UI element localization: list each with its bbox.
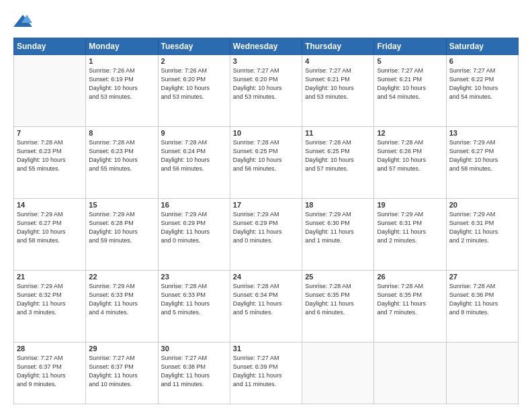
calendar-day-cell: 14Sunrise: 7:29 AMSunset: 6:27 PMDayligh… xyxy=(14,198,86,270)
day-number: 29 xyxy=(89,345,154,353)
day-info: Sunrise: 7:29 AMSunset: 6:29 PMDaylight:… xyxy=(233,210,299,245)
calendar-day-cell: 20Sunrise: 7:29 AMSunset: 6:31 PMDayligh… xyxy=(446,198,518,270)
day-number: 12 xyxy=(377,129,443,137)
day-info: Sunrise: 7:26 AMSunset: 6:20 PMDaylight:… xyxy=(161,66,227,101)
day-number: 8 xyxy=(89,129,154,137)
day-info: Sunrise: 7:27 AMSunset: 6:22 PMDaylight:… xyxy=(449,66,515,101)
logo-icon xyxy=(13,12,32,31)
calendar-day-cell: 21Sunrise: 7:29 AMSunset: 6:32 PMDayligh… xyxy=(14,270,86,342)
day-info: Sunrise: 7:29 AMSunset: 6:27 PMDaylight:… xyxy=(17,210,83,245)
calendar-day-cell: 3Sunrise: 7:27 AMSunset: 6:20 PMDaylight… xyxy=(230,55,302,127)
calendar-day-cell: 18Sunrise: 7:29 AMSunset: 6:30 PMDayligh… xyxy=(302,198,374,270)
day-number: 23 xyxy=(161,273,227,281)
day-number: 21 xyxy=(17,273,83,281)
day-info: Sunrise: 7:29 AMSunset: 6:29 PMDaylight:… xyxy=(161,210,227,245)
day-number: 14 xyxy=(17,201,83,209)
calendar-day-cell: 24Sunrise: 7:28 AMSunset: 6:34 PMDayligh… xyxy=(230,270,302,342)
calendar-day-cell: 7Sunrise: 7:28 AMSunset: 6:23 PMDaylight… xyxy=(14,126,86,198)
day-number: 30 xyxy=(161,345,227,353)
calendar-day-cell: 22Sunrise: 7:29 AMSunset: 6:33 PMDayligh… xyxy=(86,270,158,342)
day-info: Sunrise: 7:28 AMSunset: 6:25 PMDaylight:… xyxy=(305,138,371,173)
calendar-day-cell: 13Sunrise: 7:29 AMSunset: 6:27 PMDayligh… xyxy=(446,126,518,198)
calendar-day-cell: 17Sunrise: 7:29 AMSunset: 6:29 PMDayligh… xyxy=(230,198,302,270)
day-number: 6 xyxy=(449,57,515,65)
calendar-day-cell: 11Sunrise: 7:28 AMSunset: 6:25 PMDayligh… xyxy=(302,126,374,198)
day-number: 25 xyxy=(305,273,371,281)
calendar-day-cell: 9Sunrise: 7:28 AMSunset: 6:24 PMDaylight… xyxy=(158,126,230,198)
day-number: 22 xyxy=(89,273,154,281)
day-number: 27 xyxy=(449,273,515,281)
weekday-header-wednesday: Wednesday xyxy=(230,38,302,55)
day-info: Sunrise: 7:29 AMSunset: 6:28 PMDaylight:… xyxy=(89,210,154,245)
calendar-day-cell: 6Sunrise: 7:27 AMSunset: 6:22 PMDaylight… xyxy=(446,55,518,127)
day-number: 31 xyxy=(233,345,299,353)
weekday-header-tuesday: Tuesday xyxy=(158,38,230,55)
day-number: 15 xyxy=(89,201,154,209)
weekday-header-friday: Friday xyxy=(374,38,446,55)
page: SundayMondayTuesdayWednesdayThursdayFrid… xyxy=(0,0,532,411)
calendar-week-row: 7Sunrise: 7:28 AMSunset: 6:23 PMDaylight… xyxy=(14,126,519,198)
day-number: 10 xyxy=(233,129,299,137)
day-number: 9 xyxy=(161,129,227,137)
weekday-header-sunday: Sunday xyxy=(14,38,86,55)
day-info: Sunrise: 7:27 AMSunset: 6:21 PMDaylight:… xyxy=(377,66,443,101)
calendar-day-cell: 31Sunrise: 7:27 AMSunset: 6:39 PMDayligh… xyxy=(230,342,302,404)
day-info: Sunrise: 7:27 AMSunset: 6:37 PMDaylight:… xyxy=(89,354,154,389)
day-number: 24 xyxy=(233,273,299,281)
calendar-day-cell: 4Sunrise: 7:27 AMSunset: 6:21 PMDaylight… xyxy=(302,55,374,127)
day-info: Sunrise: 7:27 AMSunset: 6:39 PMDaylight:… xyxy=(233,354,299,389)
calendar-day-cell: 26Sunrise: 7:28 AMSunset: 6:35 PMDayligh… xyxy=(374,270,446,342)
calendar-day-cell: 28Sunrise: 7:27 AMSunset: 6:37 PMDayligh… xyxy=(14,342,86,404)
day-number: 5 xyxy=(377,57,443,65)
calendar-table: SundayMondayTuesdayWednesdayThursdayFrid… xyxy=(13,38,519,404)
day-info: Sunrise: 7:28 AMSunset: 6:26 PMDaylight:… xyxy=(377,138,443,173)
calendar-day-cell: 23Sunrise: 7:28 AMSunset: 6:33 PMDayligh… xyxy=(158,270,230,342)
day-info: Sunrise: 7:28 AMSunset: 6:23 PMDaylight:… xyxy=(17,138,83,173)
weekday-header-row: SundayMondayTuesdayWednesdayThursdayFrid… xyxy=(14,38,519,55)
day-info: Sunrise: 7:28 AMSunset: 6:35 PMDaylight:… xyxy=(305,282,371,317)
logo xyxy=(13,12,35,31)
day-info: Sunrise: 7:28 AMSunset: 6:34 PMDaylight:… xyxy=(233,282,299,317)
weekday-header-monday: Monday xyxy=(86,38,158,55)
day-info: Sunrise: 7:29 AMSunset: 6:27 PMDaylight:… xyxy=(449,138,515,173)
day-info: Sunrise: 7:28 AMSunset: 6:23 PMDaylight:… xyxy=(89,138,154,173)
calendar-day-cell xyxy=(302,342,374,404)
header xyxy=(13,12,519,31)
calendar-day-cell xyxy=(14,55,86,127)
calendar-day-cell: 30Sunrise: 7:27 AMSunset: 6:38 PMDayligh… xyxy=(158,342,230,404)
day-number: 28 xyxy=(17,345,83,353)
day-info: Sunrise: 7:28 AMSunset: 6:35 PMDaylight:… xyxy=(377,282,443,317)
day-number: 2 xyxy=(161,57,227,65)
calendar-day-cell xyxy=(374,342,446,404)
calendar-day-cell: 19Sunrise: 7:29 AMSunset: 6:31 PMDayligh… xyxy=(374,198,446,270)
day-number: 26 xyxy=(377,273,443,281)
day-info: Sunrise: 7:27 AMSunset: 6:37 PMDaylight:… xyxy=(17,354,83,389)
day-number: 7 xyxy=(17,129,83,137)
calendar-week-row: 14Sunrise: 7:29 AMSunset: 6:27 PMDayligh… xyxy=(14,198,519,270)
day-number: 13 xyxy=(449,129,515,137)
calendar-day-cell: 27Sunrise: 7:28 AMSunset: 6:36 PMDayligh… xyxy=(446,270,518,342)
day-info: Sunrise: 7:27 AMSunset: 6:21 PMDaylight:… xyxy=(305,66,371,101)
day-number: 1 xyxy=(89,57,154,65)
day-info: Sunrise: 7:29 AMSunset: 6:33 PMDaylight:… xyxy=(89,282,154,317)
day-number: 20 xyxy=(449,201,515,209)
day-info: Sunrise: 7:29 AMSunset: 6:31 PMDaylight:… xyxy=(377,210,443,245)
weekday-header-saturday: Saturday xyxy=(446,38,518,55)
day-info: Sunrise: 7:28 AMSunset: 6:24 PMDaylight:… xyxy=(161,138,227,173)
calendar-day-cell: 1Sunrise: 7:26 AMSunset: 6:19 PMDaylight… xyxy=(86,55,158,127)
day-info: Sunrise: 7:29 AMSunset: 6:30 PMDaylight:… xyxy=(305,210,371,245)
day-info: Sunrise: 7:27 AMSunset: 6:38 PMDaylight:… xyxy=(161,354,227,389)
calendar-day-cell: 29Sunrise: 7:27 AMSunset: 6:37 PMDayligh… xyxy=(86,342,158,404)
calendar-day-cell: 12Sunrise: 7:28 AMSunset: 6:26 PMDayligh… xyxy=(374,126,446,198)
calendar-day-cell: 15Sunrise: 7:29 AMSunset: 6:28 PMDayligh… xyxy=(86,198,158,270)
day-number: 3 xyxy=(233,57,299,65)
calendar-week-row: 28Sunrise: 7:27 AMSunset: 6:37 PMDayligh… xyxy=(14,342,519,404)
day-number: 16 xyxy=(161,201,227,209)
day-number: 18 xyxy=(305,201,371,209)
day-number: 17 xyxy=(233,201,299,209)
day-info: Sunrise: 7:28 AMSunset: 6:36 PMDaylight:… xyxy=(449,282,515,317)
weekday-header-thursday: Thursday xyxy=(302,38,374,55)
day-number: 11 xyxy=(305,129,371,137)
calendar-day-cell: 5Sunrise: 7:27 AMSunset: 6:21 PMDaylight… xyxy=(374,55,446,127)
calendar-day-cell: 2Sunrise: 7:26 AMSunset: 6:20 PMDaylight… xyxy=(158,55,230,127)
